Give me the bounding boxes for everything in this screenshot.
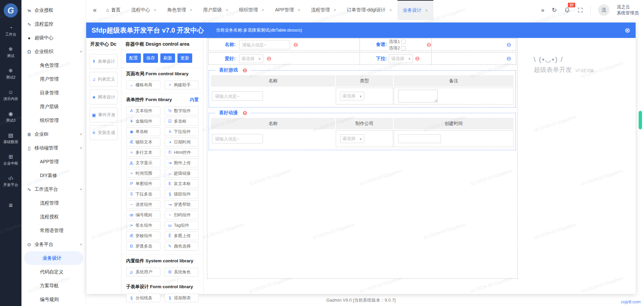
- sidebar-item[interactable]: 用户管理: [21, 72, 86, 86]
- checkbox-option[interactable]: 选项2: [389, 45, 405, 51]
- rail-item[interactable]: ▤ 基础数据: [0, 128, 21, 149]
- sidebar-item[interactable]: 编号规则: [21, 293, 86, 306]
- action-button[interactable]: 保存: [143, 53, 158, 63]
- site-link[interactable]: cojz8.com: [621, 299, 641, 304]
- form-component-button[interactable]: ⇥ 附件上传: [165, 159, 199, 167]
- builtin-link[interactable]: 内置: [190, 97, 199, 103]
- expand-tabs-icon[interactable]: »: [541, 7, 544, 13]
- collapse-menu-icon[interactable]: ≡: [0, 202, 21, 209]
- notifications-button[interactable]: 37: [564, 7, 570, 13]
- form-component-button[interactable]: © Html控件: [165, 148, 199, 157]
- sidebar-item[interactable]: DIY装修: [21, 169, 86, 182]
- avatar[interactable]: 流: [598, 4, 609, 16]
- game-type-select[interactable]: 请选择 ∨: [340, 92, 364, 100]
- remove-section-icon[interactable]: ⊖: [243, 110, 247, 116]
- close-tab-icon[interactable]: ×: [425, 8, 428, 13]
- remove-column-icon[interactable]: ⊖: [506, 56, 511, 61]
- sidebar-item[interactable]: Ω 企业组织 ▾: [21, 45, 86, 58]
- form-component-button[interactable]: ¥ 金额组件: [126, 117, 160, 126]
- form-component-button[interactable]: ↔ 超级链接: [165, 169, 199, 178]
- form-component-button[interactable]: ≡ 下拉组件: [165, 127, 199, 136]
- form-row[interactable]: 爱好: 请选择 ∨ ⊖ 下拉: 请选择: [208, 52, 516, 65]
- form-component-button[interactable]: ~ 进度组件: [126, 200, 160, 209]
- close-tab-icon[interactable]: ×: [262, 7, 264, 13]
- action-button[interactable]: 配置: [126, 53, 141, 63]
- fullscreen-icon[interactable]: [578, 7, 583, 13]
- sidebar-item[interactable]: 流程授权: [21, 210, 86, 224]
- form-row[interactable]: 名称: ⊖ 食谱: 选项1: [208, 39, 516, 51]
- form-component-button[interactable]: ↝ 穿透帮助: [165, 200, 199, 209]
- remove-field-icon[interactable]: ⊖: [293, 42, 298, 48]
- tab-item[interactable]: 流程管理 ×: [306, 0, 341, 20]
- rail-item[interactable]: ☺ 演示内容: [0, 85, 21, 106]
- tab-item[interactable]: 角色管理 ×: [162, 0, 198, 20]
- form-component-button[interactable]: E 富文本框: [165, 179, 199, 188]
- system-component-button[interactable]: ρ 系统用户: [126, 268, 160, 276]
- sidebar-item[interactable]: 用户层级: [21, 100, 86, 114]
- collapse-tabs-icon[interactable]: «: [89, 6, 101, 14]
- devcenter-button[interactable]: ▣ 事件开发: [90, 107, 118, 122]
- form-component-button[interactable]: È 多图上传: [165, 231, 199, 240]
- form-component-button[interactable]: ~ 扫码组件: [165, 211, 199, 219]
- remove-column-icon[interactable]: ⊖: [506, 42, 511, 48]
- name-input[interactable]: [239, 40, 290, 49]
- scrollbar-thumb[interactable]: [639, 111, 642, 129]
- checkbox[interactable]: [401, 40, 406, 44]
- tab-item[interactable]: APP管理 ×: [270, 0, 306, 20]
- remove-section-icon[interactable]: ⊖: [243, 68, 247, 73]
- sidebar-item[interactable]: ≣ 企业BI ▾: [21, 127, 86, 141]
- close-tab-icon[interactable]: ×: [298, 7, 300, 13]
- form-component-button[interactable]: § 级联组件: [165, 190, 199, 199]
- tab-item[interactable]: 组织管理 ×: [234, 0, 270, 20]
- form-component-button[interactable]: A 文本组件: [126, 106, 160, 115]
- sidebar-item[interactable]: APP管理: [21, 155, 86, 169]
- remove-field-icon[interactable]: ⊖: [427, 42, 431, 48]
- sidebar-item[interactable]: ▯ 移动端管理 ▾: [21, 141, 86, 155]
- remove-field-icon[interactable]: ⊖: [267, 56, 271, 61]
- tab-home[interactable]: ⌂ 首页: [101, 0, 126, 20]
- close-tab-icon[interactable]: ×: [154, 7, 156, 13]
- sidebar-item[interactable]: ∿ 流程监控: [21, 17, 86, 31]
- checkbox-option[interactable]: 选项1: [389, 39, 405, 45]
- devcenter-button[interactable]: ✳ 安装生成: [90, 125, 118, 140]
- close-tab-icon[interactable]: ×: [190, 7, 192, 13]
- subform-section-anime[interactable]: 喜好动漫 ⊖ 名称 制作公司 创建时间: [209, 113, 516, 150]
- user-info[interactable]: 流之云 系统管理员: [617, 4, 639, 16]
- form-component-button[interactable]: œ 编号规则: [126, 211, 160, 219]
- close-tab-icon[interactable]: ×: [226, 7, 228, 13]
- rail-item[interactable]: ◔ 工作台: [0, 20, 21, 42]
- rail-item[interactable]: ⊞ 企业中枢: [0, 149, 21, 171]
- canvas-container[interactable]: 名称: ⊖ 食谱: 选项1: [207, 38, 518, 279]
- tab-item[interactable]: 订单管理-ddgl设计 ×: [341, 0, 397, 20]
- form-component-button[interactable]: ✎ 颜色选择: [165, 242, 199, 251]
- close-tab-icon[interactable]: ×: [389, 7, 392, 13]
- rail-item[interactable]: ❄ 测试2: [0, 63, 21, 85]
- tab-item[interactable]: 业务设计 ×: [397, 0, 433, 20]
- form-component-button[interactable]: ≻ 签名组件: [126, 221, 160, 230]
- subform-component-button[interactable]: § 分组线条: [126, 294, 160, 302]
- devcenter-button[interactable]: ↟ 表单设计: [90, 54, 118, 69]
- close-tab-icon[interactable]: ×: [333, 7, 336, 13]
- dropdown-select[interactable]: 请选择 ∨: [389, 54, 413, 63]
- form-component-button[interactable]: あ 文字显示: [126, 159, 160, 167]
- form-component-button[interactable]: S 下拉多选: [126, 190, 160, 199]
- form-component-button[interactable]: Æ 穿梭组件: [126, 231, 160, 240]
- form-component-button[interactable]: Đ 穿透多选: [126, 242, 160, 251]
- checkbox[interactable]: [401, 46, 406, 50]
- app-logo[interactable]: G: [4, 3, 18, 17]
- sidebar-item[interactable]: 角色管理: [21, 58, 86, 72]
- system-component-button[interactable]: Θ 系统角色: [165, 268, 199, 276]
- rail-item[interactable]: ‹/› 开发平台: [0, 171, 21, 192]
- form-component-button[interactable]: = 多行文本: [126, 148, 160, 157]
- subform-section-games[interactable]: 喜好游戏 ⊖ 名称 类型 备注: [209, 70, 516, 107]
- tab-item[interactable]: 流程中心 ×: [126, 0, 162, 20]
- form-component-button[interactable]: Æ 辅助文本: [126, 138, 160, 146]
- form-component-button[interactable]: ω Tag组件: [165, 221, 199, 230]
- sidebar-item[interactable]: 目录管理: [21, 86, 86, 100]
- sidebar-item[interactable]: 方案导航: [21, 279, 86, 293]
- sidebar-item[interactable]: ⊙ 业务平台 ▾: [21, 237, 86, 251]
- sidebar-item[interactable]: 常用语管理: [21, 224, 86, 237]
- remove-field-icon[interactable]: ⊖: [415, 56, 420, 61]
- create-time-input[interactable]: [398, 134, 441, 143]
- action-button[interactable]: 刷新: [160, 53, 175, 63]
